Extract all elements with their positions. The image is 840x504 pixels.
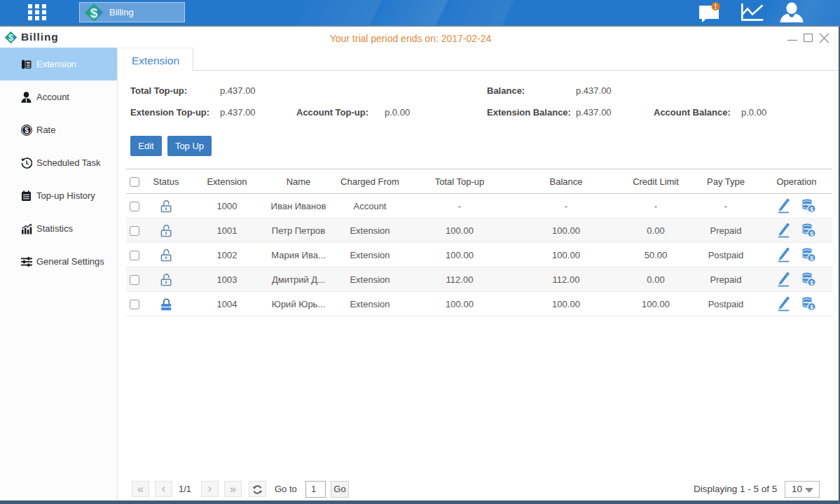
svg-text:!: !	[715, 3, 717, 10]
svg-text:$: $	[810, 279, 813, 286]
svg-text:$: $	[90, 5, 98, 20]
svg-text:$: $	[25, 126, 29, 134]
svg-text:$: $	[810, 304, 813, 311]
svg-text:$: $	[810, 255, 813, 262]
svg-text:$: $	[810, 206, 813, 213]
svg-text:$: $	[810, 230, 813, 237]
